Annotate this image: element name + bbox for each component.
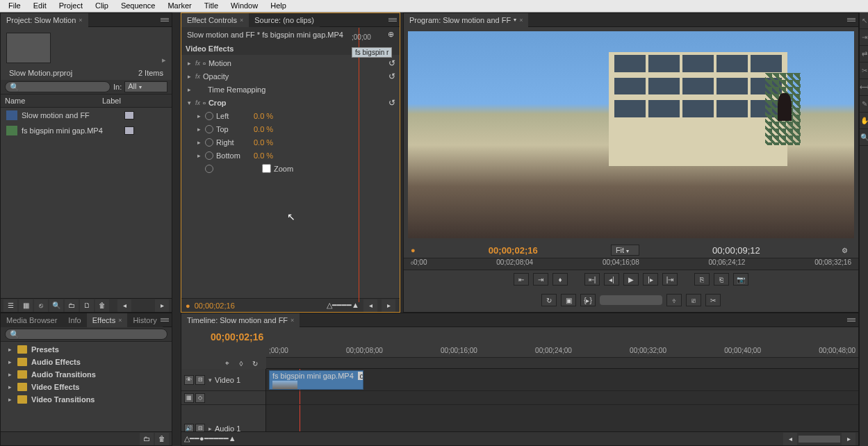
panel-menu-icon[interactable] (161, 16, 169, 23)
nav-arrow-icon[interactable]: ▸ (162, 56, 166, 65)
hand-tool-icon[interactable]: ✋ (860, 113, 868, 129)
toggle-output-icon[interactable]: 👁 (184, 375, 194, 385)
tab-source[interactable]: Source: (no clips) (249, 13, 320, 27)
display-style-icon[interactable]: ▦ (184, 393, 194, 403)
video-track-header[interactable]: 👁 ⊟ ▾ Video 1 (181, 369, 265, 391)
step-back-icon[interactable]: ◂| (604, 273, 619, 286)
menu-clip[interactable]: Clip (90, 1, 114, 10)
crop-prop-right[interactable]: ▸Right0.0 % (181, 135, 400, 149)
zoom-slider[interactable]: △━━━━▲ (327, 301, 359, 310)
tab-media-browser[interactable]: Media Browser (1, 313, 63, 327)
crop-top-value[interactable]: 0.0 % (254, 125, 273, 133)
preset-folder-audio-transitions[interactable]: ▸Audio Transitions (1, 368, 172, 381)
list-view-icon[interactable]: ☰ (3, 299, 17, 312)
program-current-timecode[interactable]: 00;00;02;16 (489, 245, 538, 256)
bin-item-sequence[interactable]: Slow motion and FF (1, 108, 172, 123)
keyframes-icon[interactable]: ◇ (195, 393, 205, 403)
selection-tool-icon[interactable]: ↖ (860, 13, 868, 29)
scroll-right-icon[interactable]: ▸ (382, 299, 395, 312)
settings-icon[interactable]: ⚙ (837, 244, 851, 256)
bin-item-clip[interactable]: fs bigspin mini gap.MP4 (1, 123, 172, 138)
menu-file[interactable]: File (3, 1, 26, 10)
shuttle-slider[interactable] (600, 295, 662, 305)
close-icon[interactable]: × (240, 17, 243, 24)
preset-folder-audio-effects[interactable]: ▸Audio Effects (1, 356, 172, 368)
add-marker-icon[interactable]: ♦ (552, 273, 568, 286)
trim-icon[interactable]: ✂ (705, 294, 721, 306)
play-icon[interactable]: ▶ (623, 273, 639, 286)
automate-icon[interactable]: ⎋ (34, 299, 48, 312)
work-area-bar[interactable]: ⌖ ◊ ↻ (266, 358, 858, 369)
step-forward-icon[interactable]: |▸ (643, 273, 658, 286)
scroll-thumb[interactable] (799, 436, 840, 443)
tab-timeline[interactable]: Timeline: Slow motion and FF × (181, 313, 300, 327)
timeline-timecode[interactable]: 00;00;02;16 (211, 331, 263, 342)
crop-prop-left[interactable]: ▸Left0.0 % (181, 109, 400, 122)
lift-icon[interactable]: ⎘ (694, 273, 710, 286)
encore-icon[interactable]: ↻ (248, 357, 262, 370)
crop-bottom-value[interactable]: 0.0 % (254, 151, 273, 160)
reset-icon[interactable]: ↺ (388, 72, 395, 81)
close-icon[interactable]: × (118, 317, 122, 324)
effect-crop[interactable]: ▾fx▫Crop↺ (181, 96, 400, 109)
ec-clip-chip[interactable]: fs bigspin r (352, 47, 392, 58)
go-to-out-icon[interactable]: |⇥ (662, 273, 678, 286)
close-icon[interactable]: × (519, 17, 523, 24)
icon-view-icon[interactable]: ▦ (19, 299, 33, 312)
stopwatch-icon[interactable] (205, 165, 213, 173)
tab-history[interactable]: History (127, 313, 162, 327)
effects-search-input[interactable] (5, 329, 167, 340)
new-bin-icon[interactable]: 🗀 (140, 433, 154, 445)
program-time-ruler[interactable]: ₀0;0000;02;08;0400;04;16;0800;06;24;1200… (404, 258, 858, 270)
reset-icon[interactable]: ↺ (388, 58, 395, 68)
crop-left-value[interactable]: 0.0 % (254, 112, 273, 120)
preset-folder-presets[interactable]: ▸Presets (1, 343, 172, 356)
output-icon[interactable]: {▸} (580, 294, 596, 306)
go-to-in-icon[interactable]: ⇤| (584, 273, 600, 286)
scroll-left-icon[interactable]: ◂ (783, 433, 797, 445)
panel-menu-icon[interactable] (847, 16, 855, 23)
col-header-label[interactable]: Label (102, 97, 121, 105)
stopwatch-icon[interactable] (205, 138, 213, 147)
marker-icon[interactable]: ◊ (234, 357, 248, 370)
scroll-right-icon[interactable]: ▸ (155, 299, 169, 312)
stopwatch-icon[interactable] (205, 125, 213, 133)
scroll-left-icon[interactable]: ◂ (117, 299, 131, 312)
in-filter-dropdown[interactable]: All ▾ (124, 81, 167, 92)
scroll-right-icon[interactable]: ▸ (842, 433, 855, 445)
label-swatch[interactable] (124, 111, 134, 119)
preset-folder-video-transitions[interactable]: ▸Video Transitions (1, 393, 172, 406)
preset-folder-video-effects[interactable]: ▸Video Effects (1, 381, 172, 393)
slip-tool-icon[interactable]: ⟷ (860, 79, 868, 96)
trash-icon[interactable]: 🗑 (95, 299, 109, 312)
label-swatch[interactable] (124, 126, 134, 135)
loop-icon[interactable]: ↻ (541, 294, 557, 306)
ec-timecode[interactable]: 00;00;02;16 (195, 302, 235, 310)
tab-effect-controls[interactable]: Effect Controls × (181, 13, 249, 27)
zoom-slider[interactable]: △━━●━━━━━▲ (184, 434, 236, 443)
tab-effects[interactable]: Effects× (87, 313, 128, 327)
zoom-tool-icon[interactable]: 🔍 (860, 129, 868, 146)
effect-motion[interactable]: ▸fx▫Motion↺ (181, 56, 400, 69)
panel-menu-icon[interactable] (847, 316, 855, 323)
mark-out-icon[interactable]: ⇥ (533, 273, 548, 286)
tab-info[interactable]: Info (63, 313, 86, 327)
tab-project[interactable]: Project: Slow Motion × (1, 13, 88, 27)
toggle-sync-lock-icon[interactable]: ⊟ (195, 375, 205, 385)
track-select-tool-icon[interactable]: ⇥ (860, 29, 868, 46)
menu-title[interactable]: Title (199, 1, 224, 10)
zoom-fit-dropdown[interactable]: Fit ▾ (611, 245, 639, 256)
tab-program[interactable]: Program: Slow motion and FF ▾ × (404, 13, 528, 27)
crop-prop-top[interactable]: ▸Top0.0 % (181, 122, 400, 135)
crop-right-value[interactable]: 0.0 % (254, 138, 273, 147)
scroll-left-icon[interactable]: ◂ (363, 299, 377, 312)
close-icon[interactable]: × (290, 317, 294, 324)
panel-menu-icon[interactable] (161, 316, 169, 323)
menu-edit[interactable]: Edit (28, 1, 52, 10)
ripple-edit-tool-icon[interactable]: ⇄ (860, 46, 868, 63)
menu-sequence[interactable]: Sequence (115, 1, 161, 10)
find-icon[interactable]: 🔍 (49, 299, 63, 312)
insert-icon[interactable]: ⎀ (666, 294, 682, 306)
mark-in-icon[interactable]: ⇤ (514, 273, 529, 286)
new-bin-icon[interactable]: 🗀 (65, 299, 79, 312)
